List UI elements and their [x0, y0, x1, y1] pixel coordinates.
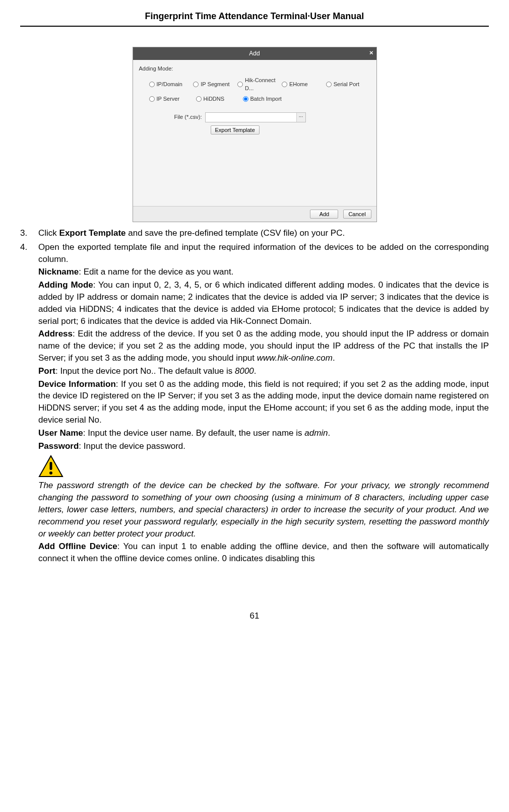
radio-serial-port[interactable]: Serial Port — [326, 77, 370, 92]
user-name-para: User Name: Input the device user name. B… — [38, 427, 489, 439]
device-info-para: Device Information: If you set 0 as the … — [38, 378, 489, 426]
svg-rect-1 — [50, 462, 52, 470]
text-italic: 8000 — [235, 366, 254, 376]
add-dialog: Add × Adding Mode: IP/Domain IP Segment … — [133, 47, 377, 222]
export-template-button[interactable]: Export Template — [211, 125, 260, 134]
text-italic: admin — [304, 428, 328, 438]
radio-ip-server[interactable]: IP Server — [149, 95, 196, 103]
radio-label: EHome — [289, 81, 308, 88]
text-bold: User Name — [38, 428, 83, 438]
document-content: Click Export Template and save the pre-d… — [20, 227, 489, 565]
text: : You can input 0, 2, 3, 4, 5, or 6 whic… — [38, 280, 489, 325]
text-bold: Nickname — [38, 267, 79, 277]
address-para: Address: Edit the address of the device.… — [38, 328, 489, 364]
radio-label: Hik-Connect D... — [245, 77, 282, 92]
radio-label: IP Server — [157, 95, 180, 103]
file-input[interactable] — [206, 113, 296, 122]
page-header: Fingerprint Time Attendance Terminal·Use… — [20, 10, 489, 27]
text-bold: Password — [38, 441, 79, 451]
text: : Input the device user name. By default… — [83, 428, 304, 438]
radio-label: HiDDNS — [204, 95, 225, 103]
offline-para: Add Offline Device: You can input 1 to e… — [38, 540, 489, 565]
dialog-footer: Add Cancel — [133, 206, 376, 222]
close-icon[interactable]: × — [369, 48, 373, 57]
radio-label: IP/Domain — [157, 81, 182, 88]
cancel-button[interactable]: Cancel — [343, 210, 371, 219]
screenshot-figure: Add × Adding Mode: IP/Domain IP Segment … — [20, 47, 489, 222]
step-4: Open the exported template file and inpu… — [20, 241, 489, 565]
text-italic: www.hik-online.com — [257, 353, 333, 363]
radio-label: Serial Port — [334, 81, 359, 88]
text: . — [328, 428, 331, 438]
text: and save the pre-defined template (CSV f… — [126, 228, 345, 238]
page-number: 61 — [20, 610, 489, 622]
adding-mode-label: Adding Mode: — [139, 65, 370, 73]
text-bold: Address — [38, 329, 73, 339]
file-label: File (*.csv): — [174, 113, 202, 121]
text: : Edit a name for the device as you want… — [79, 267, 233, 277]
warning-icon — [38, 455, 63, 478]
adding-mode-para: Adding Mode: You can input 0, 2, 3, 4, 5… — [38, 279, 489, 327]
radio-ip-domain[interactable]: IP/Domain — [149, 77, 194, 92]
text-bold: Add Offline Device — [38, 542, 117, 551]
warning-text: The password strength of the device can … — [38, 480, 489, 539]
text: : Input the device port No.. The default… — [55, 366, 235, 376]
text-bold: Device Information — [38, 379, 116, 389]
radio-ip-segment[interactable]: IP Segment — [193, 77, 237, 92]
file-input-wrap: ··· — [205, 112, 306, 122]
text-bold: Adding Mode — [38, 280, 93, 290]
file-row: File (*.csv): ··· — [174, 112, 370, 122]
dialog-title: Add — [249, 50, 260, 57]
add-button[interactable]: Add — [310, 210, 338, 219]
radio-hik-connect[interactable]: Hik-Connect D... — [237, 77, 282, 92]
svg-point-2 — [49, 471, 52, 475]
text-bold: Export Template — [59, 228, 126, 238]
radio-label: IP Segment — [201, 81, 229, 88]
nickname-para: Nickname: Edit a name for the device as … — [38, 266, 489, 278]
step-4-intro: Open the exported template file and inpu… — [38, 241, 489, 265]
text: . — [333, 353, 335, 363]
password-para: Password: Input the device password. — [38, 440, 489, 452]
radio-row-2: IP Server HiDDNS Batch Import — [149, 95, 370, 103]
text: : Input the device password. — [79, 441, 185, 451]
radio-ehome[interactable]: EHome — [282, 77, 326, 92]
radio-hiddns[interactable]: HiDDNS — [196, 95, 243, 103]
port-para: Port: Input the device port No.. The def… — [38, 365, 489, 377]
text: Click — [38, 228, 59, 238]
radio-batch-import[interactable]: Batch Import — [243, 95, 290, 103]
dialog-titlebar: Add × — [133, 47, 376, 60]
text-bold: Port — [38, 366, 55, 376]
dialog-body: Adding Mode: IP/Domain IP Segment Hik-Co… — [133, 60, 376, 206]
step-3: Click Export Template and save the pre-d… — [20, 227, 489, 239]
radio-label: Batch Import — [250, 95, 282, 103]
text: . — [254, 366, 257, 376]
browse-button[interactable]: ··· — [296, 113, 305, 122]
radio-row-1: IP/Domain IP Segment Hik-Connect D... EH… — [149, 77, 370, 92]
